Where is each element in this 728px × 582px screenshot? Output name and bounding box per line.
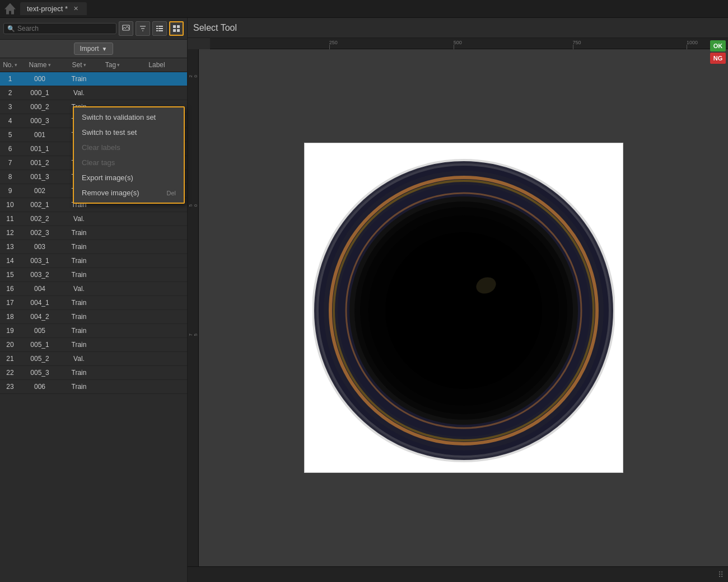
- table-row[interactable]: 2 000_1 Val.: [0, 86, 187, 100]
- tab-text-project[interactable]: text-project * ✕: [20, 2, 87, 15]
- table-row[interactable]: 16 004 Val.: [0, 282, 187, 296]
- cell-set: Train: [59, 271, 99, 279]
- cell-label: [127, 243, 187, 251]
- ruler-mark-500: 500: [454, 40, 462, 45]
- svg-rect-12: [173, 29, 176, 32]
- cell-name: 001_1: [20, 145, 59, 153]
- cell-label: [127, 383, 187, 391]
- list-view-button[interactable]: [152, 21, 167, 36]
- cell-label: [127, 215, 187, 223]
- tab-close-button[interactable]: ✕: [72, 5, 80, 13]
- svg-rect-4: [156, 26, 158, 27]
- cell-no: 12: [0, 229, 20, 237]
- table-row[interactable]: 17 004_1 Train: [0, 296, 187, 310]
- cell-name: 003_1: [20, 257, 59, 265]
- table-row[interactable]: 23 006 Train: [0, 380, 187, 394]
- cell-name: 005_1: [20, 341, 59, 349]
- cell-tag: [99, 327, 127, 335]
- cell-set: Train: [59, 383, 99, 391]
- left-panel: 🔍 Import ▼ No.: [0, 18, 188, 582]
- cell-set: Train: [59, 327, 99, 335]
- cell-name: 005_2: [20, 355, 59, 363]
- top-bar: Select Tool: [188, 18, 728, 38]
- cell-no: 15: [0, 271, 20, 279]
- svg-rect-8: [156, 30, 158, 31]
- cell-name: 004_2: [20, 313, 59, 321]
- table-row[interactable]: 18 004_2 Train: [0, 310, 187, 324]
- cell-tag: [99, 285, 127, 293]
- ng-badge: NG: [710, 53, 726, 64]
- cell-no: 22: [0, 369, 20, 377]
- context-menu-item-switch-test[interactable]: Switch to test set: [74, 125, 184, 140]
- ruler-container: 250 500 750 1000 20 50 750: [188, 38, 728, 566]
- cell-name: 000_2: [20, 103, 59, 111]
- context-menu-item-switch-val[interactable]: Switch to validation set: [74, 110, 184, 125]
- col-header-set[interactable]: Set ▾: [59, 61, 99, 69]
- col-header-name[interactable]: Name ▾: [20, 61, 59, 69]
- image-view-button[interactable]: [119, 21, 133, 36]
- cell-name: 006: [20, 383, 59, 391]
- ruler-mark-1000: 1000: [687, 40, 698, 45]
- search-input[interactable]: [17, 25, 113, 32]
- col-header-tag[interactable]: Tag ▾: [99, 61, 127, 69]
- cell-set: Train: [59, 341, 99, 349]
- cell-no: 3: [0, 103, 20, 111]
- bottom-bar: ⠿: [188, 566, 728, 582]
- home-icon[interactable]: [4, 3, 16, 15]
- tab-label: text-project *: [27, 4, 68, 13]
- grid-view-button[interactable]: [169, 21, 184, 36]
- table-row[interactable]: 13 003 Train: [0, 240, 187, 254]
- col-header-no[interactable]: No. ▾: [0, 61, 20, 69]
- cell-tag: [99, 75, 127, 83]
- table-row[interactable]: 21 005_2 Val.: [0, 352, 187, 366]
- cell-set: Train: [59, 243, 99, 251]
- cell-set: Train: [59, 229, 99, 237]
- import-button[interactable]: Import ▼: [74, 43, 114, 55]
- cell-name: 000_3: [20, 117, 59, 125]
- svg-rect-10: [173, 25, 176, 28]
- cell-tag: [99, 89, 127, 97]
- cell-no: 4: [0, 117, 20, 125]
- table-row[interactable]: 19 005 Train: [0, 324, 187, 338]
- table-row[interactable]: 22 005_3 Train: [0, 366, 187, 380]
- cell-no: 19: [0, 327, 20, 335]
- context-menu-item-remove-images[interactable]: Remove image(s)Del: [74, 185, 184, 200]
- table-row[interactable]: 11 002_2 Val.: [0, 212, 187, 226]
- cell-name: 003_2: [20, 271, 59, 279]
- cell-tag: [99, 341, 127, 349]
- table-row[interactable]: 14 003_1 Train: [0, 254, 187, 268]
- table-row[interactable]: 12 002_3 Train: [0, 226, 187, 240]
- ok-badge: OK: [710, 40, 726, 51]
- table-row[interactable]: 15 003_2 Train: [0, 268, 187, 282]
- table-row[interactable]: 1 000 Train: [0, 72, 187, 86]
- cell-tag: [99, 299, 127, 307]
- cell-set: Train: [59, 75, 99, 83]
- context-menu-item-export-images[interactable]: Export image(s): [74, 170, 184, 185]
- cell-no: 10: [0, 201, 20, 209]
- context-menu: Switch to validation setSwitch to test s…: [73, 106, 185, 204]
- cell-set: Train: [59, 313, 99, 321]
- search-icon: 🔍: [7, 25, 15, 32]
- filter-button[interactable]: [136, 21, 150, 36]
- cell-name: 005: [20, 327, 59, 335]
- cell-name: 003: [20, 243, 59, 251]
- cell-name: 004_1: [20, 299, 59, 307]
- cell-tag: [99, 313, 127, 321]
- cell-label: [127, 229, 187, 237]
- cell-set: Val.: [59, 89, 99, 97]
- cell-no: 21: [0, 355, 20, 363]
- import-label: Import: [80, 45, 99, 53]
- canvas-area[interactable]: [199, 49, 728, 566]
- status-badges: OK NG: [708, 38, 728, 66]
- cell-label: [127, 299, 187, 307]
- cell-no: 17: [0, 299, 20, 307]
- cell-no: 8: [0, 173, 20, 181]
- svg-rect-7: [158, 28, 163, 29]
- table-row[interactable]: 20 005_1 Train: [0, 338, 187, 352]
- cell-no: 23: [0, 383, 20, 391]
- import-arrow-icon: ▼: [102, 46, 108, 52]
- cell-label: [127, 369, 187, 377]
- cell-tag: [99, 383, 127, 391]
- search-box[interactable]: 🔍: [3, 23, 116, 34]
- cell-name: 001: [20, 131, 59, 139]
